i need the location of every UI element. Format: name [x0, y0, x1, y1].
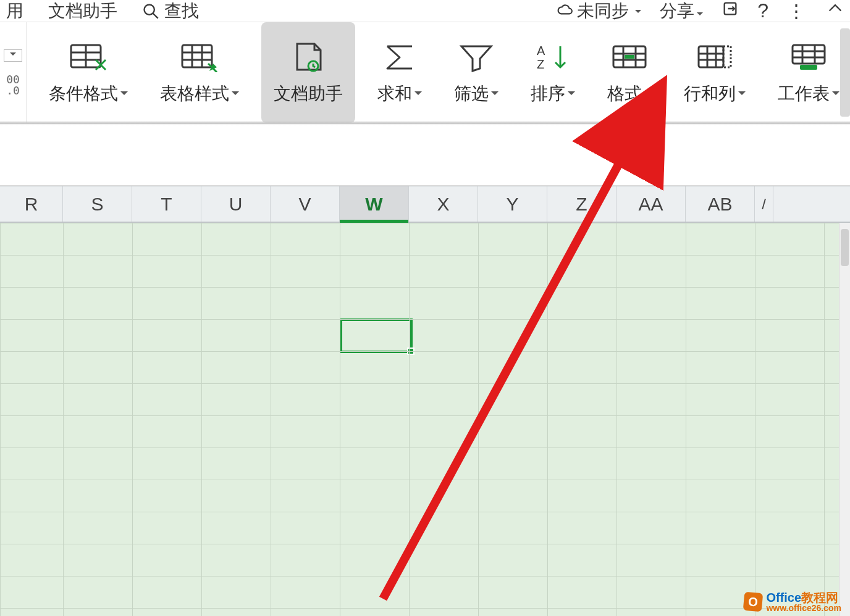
sync-label: 未同步 — [577, 0, 629, 23]
gridline-row — [0, 319, 839, 320]
doc-helper-icon — [287, 40, 330, 73]
gridline-col — [824, 223, 825, 616]
find-label: 查找 — [164, 0, 199, 23]
col-header-U[interactable]: U — [201, 186, 271, 222]
rows-cols-button[interactable]: 行和列 — [674, 22, 755, 123]
sort-icon: AZ — [531, 40, 574, 73]
gridline-col — [478, 223, 479, 616]
gridline-col — [616, 223, 617, 616]
cloud-sync-icon — [557, 3, 573, 19]
format-button[interactable]: 格式 — [597, 22, 662, 123]
col-header-Y[interactable]: Y — [478, 186, 547, 222]
doc-helper-label: 文档助手 — [274, 82, 343, 106]
svg-rect-9 — [182, 45, 212, 67]
help-icon[interactable]: ? — [757, 0, 768, 22]
svg-rect-29 — [723, 46, 731, 67]
gridline-row — [0, 255, 839, 256]
menu-item-doc-helper[interactable]: 文档助手 — [48, 0, 117, 23]
grid-area[interactable] — [0, 223, 850, 616]
collapse-ribbon-icon[interactable] — [827, 0, 844, 22]
table-style-icon — [178, 40, 221, 73]
sum-button[interactable]: 求和 — [368, 22, 432, 123]
gridline-row — [0, 480, 839, 480]
decimal-icon: 00 — [6, 74, 20, 85]
ribbon-scrollbar[interactable] — [840, 28, 850, 117]
sync-status[interactable]: 未同步 — [557, 0, 641, 23]
col-header-V[interactable]: V — [271, 186, 340, 222]
table-style-label: 表格样式 — [160, 82, 229, 106]
svg-text:Z: Z — [537, 57, 544, 71]
share-button[interactable]: 分享 — [660, 0, 703, 23]
formula-bar[interactable] — [0, 124, 850, 186]
col-header-W[interactable]: W — [340, 186, 409, 222]
gridline-col — [201, 223, 202, 616]
gridline-col — [686, 223, 686, 616]
watermark-logo-icon: O — [743, 592, 764, 612]
gridline-col — [547, 223, 548, 616]
svg-text:A: A — [537, 44, 545, 57]
col-header-X[interactable]: X — [409, 186, 478, 222]
watermark-url: www.office26.com — [766, 604, 841, 612]
format-label: 格式 — [607, 82, 642, 106]
gridline-row — [0, 287, 839, 288]
gridline-col — [0, 223, 1, 616]
sort-button[interactable]: AZ 排序 — [521, 22, 585, 123]
gridline-row — [0, 544, 839, 544]
rows-cols-label: 行和列 — [684, 82, 736, 106]
number-format-dropdown[interactable] — [4, 49, 22, 62]
svg-point-0 — [145, 4, 154, 14]
format-icon — [608, 40, 651, 73]
spreadsheet: R S T U V W X Y Z AA AB / — [0, 186, 850, 616]
gridline-row — [0, 512, 839, 512]
col-header-S[interactable]: S — [63, 186, 132, 222]
rows-cols-icon — [693, 40, 736, 73]
gridline-col — [132, 223, 133, 616]
svg-rect-24 — [699, 46, 723, 67]
col-header-T[interactable]: T — [132, 186, 201, 222]
selected-cell[interactable] — [340, 318, 413, 353]
col-header-R[interactable]: R — [0, 186, 63, 222]
ribbon-toolbar: 00 .0 条件格式 表格样式 文档助手 求和 筛选 AZ — [0, 22, 850, 124]
watermark-title: Office教程网 — [766, 591, 841, 604]
col-header-Z[interactable]: Z — [547, 186, 616, 222]
sort-label: 排序 — [531, 82, 565, 106]
filter-label: 筛选 — [454, 82, 489, 106]
more-icon[interactable]: ⋮ — [787, 0, 808, 22]
col-header-partial[interactable]: / — [755, 186, 773, 222]
filter-button[interactable]: 筛选 — [444, 22, 508, 123]
watermark: O Office教程网 www.office26.com — [744, 591, 841, 612]
svg-rect-35 — [800, 65, 817, 70]
export-icon[interactable] — [722, 0, 739, 22]
worksheet-icon — [787, 40, 830, 73]
search-icon — [142, 2, 159, 20]
conditional-format-icon — [67, 40, 110, 73]
gridline-col — [409, 223, 410, 616]
gridline-row — [0, 576, 839, 576]
worksheet-button[interactable]: 工作表 — [768, 22, 849, 123]
conditional-format-label: 条件格式 — [49, 82, 118, 106]
vertical-scrollbar[interactable] — [839, 223, 850, 616]
gridline-row — [0, 447, 839, 448]
column-headers: R S T U V W X Y Z AA AB / — [0, 186, 850, 223]
gridline-col — [63, 223, 64, 616]
sum-label: 求和 — [377, 82, 412, 106]
menu-item-find[interactable]: 查找 — [142, 0, 199, 23]
menu-item-yong[interactable]: 用 — [6, 0, 23, 23]
col-header-AB[interactable]: AB — [686, 186, 755, 222]
worksheet-label: 工作表 — [778, 82, 830, 106]
conditional-format-button[interactable]: 条件格式 — [39, 22, 138, 123]
gridline-col — [271, 223, 271, 616]
scroll-thumb[interactable] — [841, 229, 849, 266]
sum-icon — [378, 40, 421, 73]
gridline-col — [755, 223, 755, 616]
col-header-AA[interactable]: AA — [616, 186, 686, 222]
gridline-row — [0, 351, 839, 352]
svg-line-1 — [153, 13, 158, 18]
svg-rect-23 — [625, 55, 634, 59]
number-format-side[interactable]: 00 .0 — [0, 22, 27, 123]
table-style-button[interactable]: 表格样式 — [150, 22, 249, 123]
doc-helper-button[interactable]: 文档助手 — [261, 22, 355, 123]
menu-bar: 用 文档助手 查找 未同步 分享 ? ⋮ — [0, 0, 850, 22]
gridline-row — [0, 415, 839, 416]
svg-rect-30 — [793, 45, 825, 64]
